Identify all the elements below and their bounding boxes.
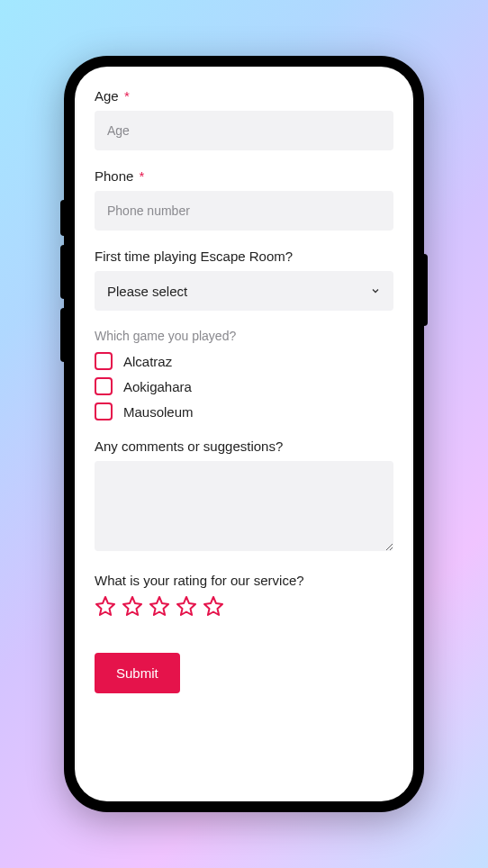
checkbox-row-alcatraz[interactable]: Alcatraz: [95, 352, 393, 370]
phone-screen: Age * Phone * First time playing Escape …: [75, 67, 413, 801]
star-icon[interactable]: [95, 595, 116, 617]
rating-field: What is your rating for our service?: [95, 573, 393, 617]
checkbox-label: Mausoleum: [123, 404, 194, 420]
checkbox[interactable]: [95, 402, 113, 420]
phone-field: Phone *: [95, 168, 393, 231]
comments-textarea[interactable]: [95, 461, 393, 551]
first-time-field: First time playing Escape Room? Please s…: [95, 249, 393, 311]
chevron-down-icon: [370, 285, 381, 296]
age-field: Age *: [95, 88, 393, 150]
form: Age * Phone * First time playing Escape …: [77, 67, 411, 801]
select-value: Please select: [107, 284, 370, 299]
phone-input[interactable]: [95, 191, 393, 231]
rating-stars: [95, 595, 393, 617]
checkbox-row-mausoleum[interactable]: Mausoleum: [95, 402, 393, 420]
rating-label: What is your rating for our service?: [95, 573, 393, 588]
first-time-label: First time playing Escape Room?: [95, 249, 393, 264]
checkbox-label: Alcatraz: [123, 354, 172, 369]
star-icon[interactable]: [122, 595, 143, 617]
star-icon[interactable]: [149, 595, 170, 617]
comments-label: Any comments or suggestions?: [95, 439, 393, 454]
comments-field: Any comments or suggestions?: [95, 439, 393, 555]
checkbox-label: Aokigahara: [123, 379, 192, 394]
phone-frame: Age * Phone * First time playing Escape …: [64, 56, 424, 812]
games-field: Which game you played? AlcatrazAokigahar…: [95, 329, 393, 420]
age-input[interactable]: [95, 111, 393, 150]
checkbox-row-aokigahara[interactable]: Aokigahara: [95, 377, 393, 395]
checkbox[interactable]: [95, 377, 113, 395]
star-icon[interactable]: [203, 595, 224, 617]
first-time-select[interactable]: Please select: [95, 271, 393, 311]
games-label: Which game you played?: [95, 329, 393, 343]
checkbox[interactable]: [95, 352, 113, 370]
submit-button[interactable]: Submit: [95, 653, 180, 693]
age-label: Age *: [95, 88, 393, 104]
star-icon[interactable]: [176, 595, 197, 617]
phone-label: Phone *: [95, 168, 393, 184]
